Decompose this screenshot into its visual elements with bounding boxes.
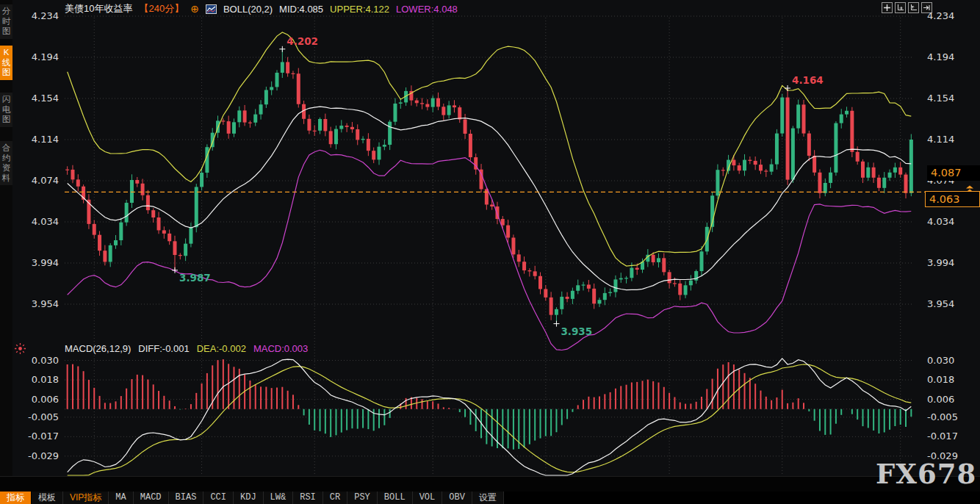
sidebar-tab-3[interactable]: 闪 电 图: [0, 93, 12, 127]
toolbar-item-3[interactable]: VIP指标: [63, 492, 109, 504]
sidebar-tab-2[interactable]: K 线 图: [0, 46, 12, 80]
candle-body: [76, 179, 80, 186]
candle-body: [652, 255, 655, 262]
axis-label: 3.994: [12, 257, 59, 268]
candle-body: [151, 210, 155, 217]
candle-body: [167, 234, 171, 241]
left-tab-bar: 分 时 图K 线 图闪 电 图合 约 资 料: [0, 0, 12, 504]
candle-body: [657, 258, 660, 262]
candle-body: [619, 278, 623, 280]
toolbar-item-6[interactable]: BIAS: [169, 492, 204, 504]
toolbar-item-12[interactable]: PSY: [347, 492, 378, 504]
sidebar-tab-1[interactable]: 分 时 图: [0, 4, 12, 39]
candle-body: [162, 230, 166, 233]
candle-body: [361, 139, 365, 140]
candle-body: [130, 180, 134, 203]
axis-label: 4.154: [12, 93, 59, 104]
candle-body: [662, 258, 666, 272]
candle-body: [850, 111, 854, 152]
candle-body: [898, 168, 902, 175]
toolbar-item-14[interactable]: VOL: [413, 492, 443, 504]
candle-body: [587, 284, 591, 288]
axis-label: 4.234: [927, 10, 974, 21]
macd-bar-value: MACD:0.003: [253, 343, 308, 354]
candle-body: [221, 120, 225, 121]
toolbar-item-7[interactable]: CCI: [203, 492, 234, 504]
candle-body: [888, 173, 892, 178]
toolbar-item-10[interactable]: RSI: [293, 492, 323, 504]
candle-body: [866, 168, 870, 178]
candle-body: [125, 203, 129, 223]
alarm-circle-icon[interactable]: ⊕: [190, 4, 199, 14]
candle-body: [367, 139, 370, 151]
candle-body: [109, 245, 112, 262]
candle-body: [350, 127, 354, 129]
high-price-label: 4.164: [792, 74, 824, 86]
price-macd-chart: 3.9874.2023.9354.164: [0, 0, 980, 504]
toolbar-item-13[interactable]: BOLL: [378, 492, 413, 504]
candle-body: [259, 104, 263, 114]
last-price-badge: 4.087: [927, 165, 980, 181]
axis-label: 0.018: [12, 374, 59, 385]
candle-body: [275, 73, 279, 87]
low-price-label: 3.935: [561, 325, 592, 337]
candle-body: [721, 170, 725, 170]
move-tool-button[interactable]: [882, 2, 893, 13]
candle-body: [533, 271, 537, 276]
axis-label: 0.006: [12, 394, 59, 405]
toolbar-item-16[interactable]: 设置: [472, 492, 504, 504]
time-axis-strip: 240分 ▲ 09/1109/1909/2910/082025/10/13 15…: [0, 476, 980, 492]
candle-body: [550, 298, 553, 315]
candle-body: [786, 98, 790, 180]
candle-body: [759, 165, 763, 170]
toolbar-item-4[interactable]: MA: [109, 492, 133, 504]
candle-body: [834, 123, 837, 173]
candle-body: [334, 129, 338, 145]
candle-body: [689, 281, 693, 286]
toolbar-item-8[interactable]: KDJ: [234, 492, 264, 504]
toolbar-item-5[interactable]: MACD: [134, 492, 169, 504]
fx678-watermark: FX678: [876, 458, 976, 490]
axis-label: 4.194: [927, 51, 974, 62]
candle-body: [71, 170, 74, 179]
toolbar-item-2[interactable]: 模板: [32, 492, 63, 504]
candle-body: [264, 90, 268, 104]
candle-body: [780, 98, 784, 134]
candle-body: [608, 292, 612, 293]
axis-label: -0.005: [927, 411, 974, 422]
trading-app-window: 3.9874.2023.9354.164 分 时 图K 线 图闪 电 图合 约 …: [0, 0, 980, 504]
candle-body: [754, 161, 757, 165]
toolbar-item-9[interactable]: LW&: [264, 492, 294, 504]
axis-label: 4.194: [12, 51, 59, 62]
scale-x-axis-button[interactable]: [908, 2, 919, 13]
macd-diff-value: DIFF:-0.001: [138, 343, 189, 354]
macd-header: MACD(26,12,9) DIFF:-0.001 DEA:-0.002 MAC…: [65, 343, 308, 354]
candle-body: [506, 226, 510, 238]
candle-body: [119, 223, 123, 240]
extreme-cross-marker: [279, 46, 285, 52]
candle-body: [775, 134, 779, 165]
candle-body: [356, 129, 359, 140]
mini-chart-icon[interactable]: [206, 4, 217, 14]
candle-body: [425, 104, 429, 107]
scale-y-axis-button[interactable]: [895, 2, 906, 13]
axis-label: -0.005: [12, 411, 59, 422]
candle-body: [103, 251, 107, 262]
boll-params-label: BOLL(20,2): [223, 4, 273, 15]
toolbar-item-1[interactable]: 指标: [0, 492, 32, 504]
axis-label: 0.030: [927, 355, 974, 366]
candle-body: [200, 173, 203, 187]
sidebar-tab-4[interactable]: 合 约 资 料: [0, 141, 12, 185]
price-line-badge: 4.063: [925, 191, 980, 207]
candle-body: [597, 300, 601, 303]
candle-body: [453, 105, 456, 107]
candle-body: [909, 140, 913, 193]
candle-body: [791, 129, 795, 180]
candle-body: [345, 126, 349, 127]
candle-body: [329, 131, 333, 144]
candle-body: [904, 175, 908, 193]
toolbar-item-15[interactable]: OBV: [442, 492, 472, 504]
candle-body: [307, 119, 311, 131]
toolbar-item-11[interactable]: CR: [323, 492, 347, 504]
candle-body: [840, 115, 843, 123]
